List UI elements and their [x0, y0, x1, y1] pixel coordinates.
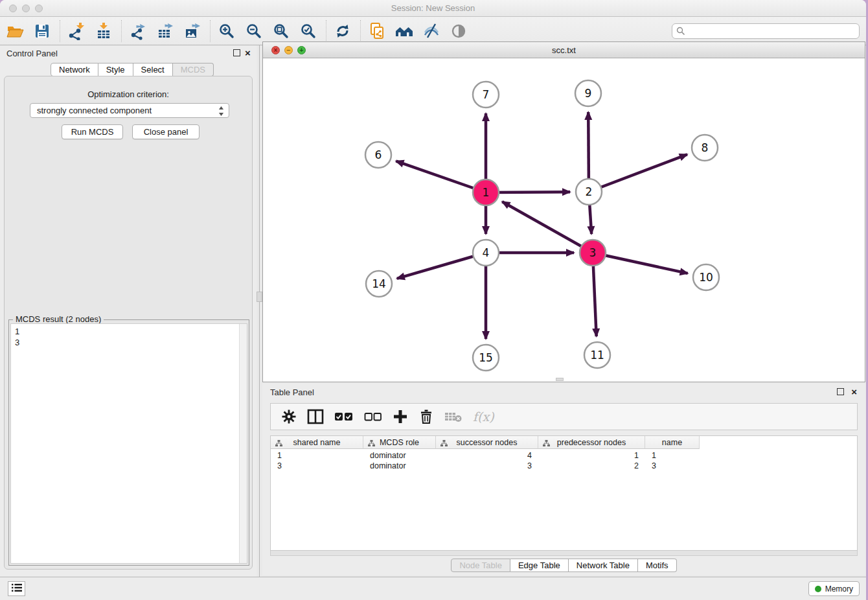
- tab-node-table[interactable]: Node Table: [451, 559, 510, 572]
- canvas-scroll-handle[interactable]: [556, 378, 564, 381]
- table-scroll-strip[interactable]: [270, 551, 858, 556]
- graph-node-4[interactable]: 4: [473, 240, 499, 266]
- table-cell[interactable]: 1: [271, 450, 363, 461]
- float-panel-icon[interactable]: [233, 49, 240, 56]
- memory-label: Memory: [825, 584, 853, 594]
- close-panel-icon[interactable]: ×: [851, 388, 857, 395]
- tab-style[interactable]: Style: [98, 63, 133, 76]
- eye-slash-icon[interactable]: [422, 21, 441, 41]
- graph-node-6[interactable]: 6: [365, 142, 391, 168]
- toolbar-separator: [60, 20, 60, 42]
- control-panel-tabs: NetworkStyleSelectMCDS: [51, 63, 214, 76]
- network-graph[interactable]: 7968124314101511: [263, 58, 865, 382]
- zoom-out-icon[interactable]: [244, 21, 264, 41]
- column-label: successor nodes: [457, 438, 518, 447]
- plus-icon[interactable]: [393, 409, 408, 424]
- graph-node-3[interactable]: 3: [580, 240, 606, 266]
- optimization-label: Optimization criterion:: [5, 89, 252, 99]
- task-history-button[interactable]: [8, 581, 25, 596]
- graph-node-1[interactable]: 1: [473, 179, 499, 205]
- list-icon: [12, 583, 22, 594]
- table-cell[interactable]: 4: [436, 450, 538, 461]
- delete-table-icon[interactable]: [444, 410, 463, 423]
- table-cell[interactable]: 3: [645, 461, 700, 471]
- tab-motifs[interactable]: Motifs: [638, 559, 677, 572]
- graph-node-7[interactable]: 7: [473, 82, 499, 108]
- table-import-icon[interactable]: [94, 21, 113, 41]
- select-all-checkboxes-icon[interactable]: [334, 411, 354, 422]
- table-cell[interactable]: 2: [538, 461, 645, 471]
- table-panel-title: Table Panel: [270, 387, 314, 397]
- run-mcds-button[interactable]: Run MCDS: [62, 124, 123, 139]
- memory-button[interactable]: Memory: [808, 581, 860, 596]
- search-input[interactable]: [672, 23, 860, 39]
- network-export-icon[interactable]: [128, 21, 148, 41]
- graph-node-11[interactable]: 11: [584, 342, 610, 368]
- trash-icon[interactable]: [418, 409, 434, 424]
- clone-network-icon[interactable]: [367, 21, 387, 41]
- split-columns-icon[interactable]: [307, 409, 324, 424]
- tab-edge-table[interactable]: Edge Table: [510, 559, 569, 572]
- table-row[interactable]: 1dominator411: [271, 450, 700, 461]
- zoom-selected-icon[interactable]: [299, 21, 318, 41]
- table-export-icon[interactable]: [155, 21, 175, 41]
- mcds-result-textarea[interactable]: 13: [10, 323, 247, 564]
- float-panel-icon[interactable]: [837, 388, 844, 395]
- graph-edge-1-6[interactable]: [396, 161, 486, 192]
- tab-network-table[interactable]: Network Table: [569, 559, 638, 572]
- close-panel-icon[interactable]: ×: [245, 49, 251, 56]
- tab-select[interactable]: Select: [133, 63, 173, 76]
- network-window-titlebar[interactable]: × − + scc.txt: [263, 42, 865, 58]
- graph-node-14[interactable]: 14: [366, 271, 392, 297]
- function-icon[interactable]: f(x): [473, 410, 494, 424]
- close-panel-button[interactable]: Close panel: [132, 124, 200, 139]
- zoom-fit-icon[interactable]: [271, 21, 291, 41]
- graph-node-9[interactable]: 9: [575, 80, 601, 106]
- save-icon[interactable]: [32, 21, 52, 41]
- table-cell[interactable]: 3: [271, 461, 363, 471]
- tab-network[interactable]: Network: [51, 63, 98, 76]
- column-header-predecessor-nodes[interactable]: predecessor nodes: [538, 436, 645, 449]
- graph-node-2[interactable]: 2: [576, 179, 602, 205]
- node-label: 8: [702, 141, 709, 154]
- eye-icon[interactable]: [449, 21, 468, 41]
- column-header-MCDS-role[interactable]: MCDS role: [363, 436, 436, 449]
- graph-edge-2-8[interactable]: [589, 154, 687, 192]
- column-label: name: [662, 438, 682, 447]
- node-label: 1: [483, 186, 490, 199]
- table-panel: Table Panel × f(x) shared nameMCDS roles…: [262, 384, 865, 575]
- folder-open-icon[interactable]: [5, 21, 25, 41]
- network-import-icon[interactable]: [67, 21, 86, 41]
- divider-handle[interactable]: [257, 292, 262, 302]
- image-export-icon[interactable]: [183, 21, 202, 41]
- houses-icon[interactable]: [394, 21, 414, 41]
- criterion-select[interactable]: strongly connected component: [30, 103, 229, 118]
- clear-checkboxes-icon[interactable]: [364, 411, 382, 422]
- column-header-shared-name[interactable]: shared name: [271, 436, 363, 449]
- table-cell[interactable]: 1: [538, 450, 645, 461]
- gear-icon[interactable]: [281, 409, 297, 424]
- graph-node-8[interactable]: 8: [692, 135, 718, 161]
- table-row[interactable]: 3dominator323: [271, 461, 700, 471]
- zoom-in-icon[interactable]: [217, 21, 236, 41]
- tab-mcds[interactable]: MCDS: [173, 63, 214, 76]
- table-cell[interactable]: dominator: [363, 450, 436, 461]
- refresh-icon[interactable]: [333, 21, 352, 41]
- graph-node-10[interactable]: 10: [693, 264, 719, 290]
- network-canvas[interactable]: 7968124314101511: [263, 58, 865, 382]
- toolbar-separator: [326, 20, 326, 42]
- column-header-name[interactable]: name: [645, 436, 700, 449]
- node-label: 4: [483, 246, 490, 259]
- graph-edge-3-1[interactable]: [502, 202, 593, 253]
- table-cell[interactable]: dominator: [363, 461, 436, 471]
- graph-node-15[interactable]: 15: [473, 345, 499, 371]
- search-field: [672, 23, 860, 39]
- column-header-successor-nodes[interactable]: successor nodes: [436, 436, 538, 449]
- scrollbar[interactable]: [239, 324, 247, 563]
- table-cell[interactable]: 3: [436, 461, 538, 471]
- table-toolbar: f(x): [270, 403, 858, 430]
- criterion-value: strongly connected component: [37, 106, 152, 115]
- graph-edge-4-14[interactable]: [397, 253, 486, 279]
- table-cell[interactable]: 1: [645, 450, 700, 461]
- graph-edge-3-10[interactable]: [593, 253, 688, 273]
